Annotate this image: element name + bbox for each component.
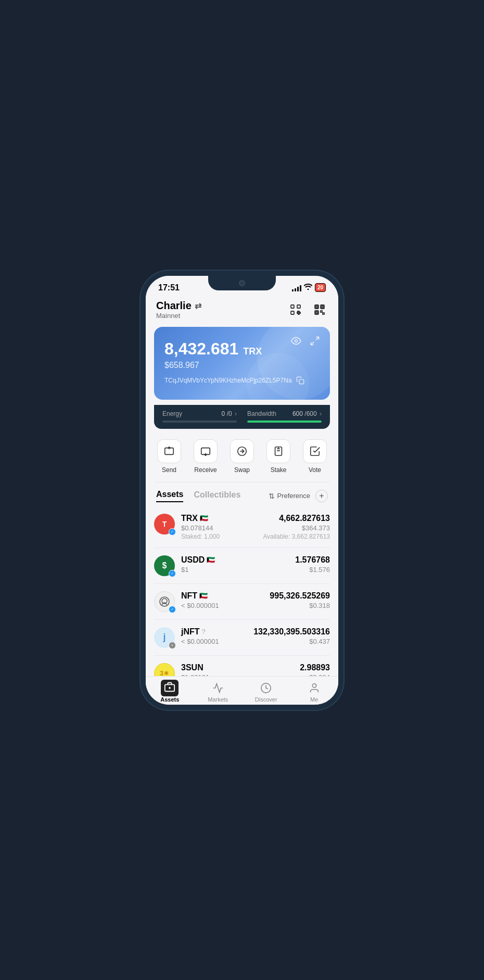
usdd-name: USDD bbox=[181, 555, 205, 565]
qr-icon[interactable] bbox=[311, 301, 328, 318]
switch-wallet-icon[interactable]: ⇄ bbox=[195, 301, 201, 311]
trx-staked: Staked: 1,000 bbox=[181, 533, 263, 540]
trx-available: Available: 3,662.827613 bbox=[263, 533, 330, 540]
tabs-row: Assets Collectibles ⇅ Preference + bbox=[146, 482, 338, 506]
trx-logo: T ✓ bbox=[154, 514, 175, 534]
balance-usd: $658.967 bbox=[164, 361, 320, 370]
add-asset-button[interactable]: + bbox=[315, 490, 328, 502]
asset-item-jnft[interactable]: j v jNFT ? < $0.000001 132,330,395.50331… bbox=[154, 620, 330, 656]
svg-rect-8 bbox=[322, 306, 323, 308]
expand-icon[interactable] bbox=[308, 334, 322, 348]
wallet-name[interactable]: Charlie ⇄ bbox=[156, 300, 201, 312]
svg-rect-15 bbox=[299, 379, 304, 384]
resource-bar: Energy 0 /0 › Bandwidth bbox=[154, 405, 330, 429]
resources-container: Energy 0 /0 › Bandwidth bbox=[162, 410, 322, 423]
stake-button[interactable]: Stake bbox=[266, 439, 290, 474]
bandwidth-value: 600 /600 › bbox=[292, 410, 322, 417]
jnft-price: < $0.000001 bbox=[181, 638, 253, 645]
trx-usd: $364.373 bbox=[263, 524, 330, 532]
swap-button[interactable]: Swap bbox=[230, 439, 254, 474]
action-buttons: Send Receive bbox=[146, 429, 338, 482]
usdd-logo: $ ✓ bbox=[154, 555, 175, 576]
stake-icon bbox=[266, 439, 290, 463]
asset-item-trx[interactable]: T ✓ TRX 🇰🇼 $0.078144 Staked: 1,000 4,662… bbox=[154, 506, 330, 548]
header-right bbox=[287, 301, 328, 318]
bandwidth-resource[interactable]: Bandwidth 600 /600 › bbox=[247, 410, 322, 423]
nft-price: < $0.000001 bbox=[181, 602, 270, 609]
header: Charlie ⇄ Mainnet bbox=[146, 295, 338, 324]
copy-address-icon[interactable] bbox=[296, 376, 304, 385]
discover-nav-label: Discover bbox=[255, 696, 277, 703]
phone-frame: 17:51 20 Charlie bbox=[141, 271, 343, 710]
vote-label: Vote bbox=[309, 466, 321, 474]
energy-resource[interactable]: Energy 0 /0 › bbox=[162, 410, 237, 423]
eye-icon[interactable] bbox=[289, 334, 303, 348]
header-left: Charlie ⇄ Mainnet bbox=[156, 300, 201, 320]
nav-markets[interactable]: Markets bbox=[194, 682, 243, 703]
svg-rect-5 bbox=[321, 305, 324, 309]
usdd-info: USDD 🇰🇼 $1 bbox=[181, 555, 295, 574]
trx-amount: 4,662.827613 bbox=[263, 514, 330, 523]
trx-flag: 🇰🇼 bbox=[200, 514, 208, 522]
tab-assets[interactable]: Assets bbox=[156, 490, 183, 502]
me-nav-label: Me bbox=[310, 696, 318, 703]
markets-icon bbox=[212, 682, 224, 694]
preference-button[interactable]: ⇅ Preference bbox=[269, 492, 310, 500]
jnft-amount: 132,330,395.503316 bbox=[253, 627, 330, 637]
svg-rect-7 bbox=[316, 306, 317, 308]
nav-discover[interactable]: Discover bbox=[242, 682, 290, 703]
usdd-balance: 1.576768 $1.576 bbox=[295, 555, 330, 574]
swap-icon bbox=[230, 439, 254, 463]
card-top-right bbox=[289, 334, 322, 348]
usdd-flag: 🇰🇼 bbox=[207, 556, 215, 564]
tab-collectibles[interactable]: Collectibles bbox=[194, 490, 240, 502]
jnft-balance: 132,330,395.503316 $0.437 bbox=[253, 627, 330, 645]
markets-nav-label: Markets bbox=[208, 696, 228, 703]
sort-icon: ⇅ bbox=[269, 492, 275, 500]
trx-balance: 4,662.827613 $364.373 Available: 3,662.8… bbox=[263, 514, 330, 540]
asset-item-usdd[interactable]: $ ✓ USDD 🇰🇼 $1 1.576768 $1.576 bbox=[154, 548, 330, 584]
swap-label: Swap bbox=[234, 466, 250, 474]
energy-progress-bar bbox=[162, 421, 237, 423]
camera bbox=[239, 280, 245, 286]
receive-label: Receive bbox=[194, 466, 216, 474]
svg-rect-2 bbox=[291, 311, 294, 314]
signal-icon bbox=[292, 284, 301, 291]
usdd-price: $1 bbox=[181, 566, 295, 574]
svg-rect-0 bbox=[291, 305, 294, 308]
nav-assets[interactable]: Assets bbox=[146, 682, 194, 703]
verified-badge: ✓ bbox=[169, 606, 176, 613]
svg-point-12 bbox=[295, 339, 298, 342]
trx-info: TRX 🇰🇼 $0.078144 Staked: 1,000 bbox=[181, 514, 263, 540]
network-label: Mainnet bbox=[156, 312, 201, 320]
send-button[interactable]: Send bbox=[157, 439, 181, 474]
battery-badge: 20 bbox=[315, 283, 326, 292]
send-icon bbox=[157, 439, 181, 463]
usdd-amount: 1.576768 bbox=[295, 555, 330, 565]
status-time: 17:51 bbox=[158, 283, 180, 292]
vote-button[interactable]: Vote bbox=[303, 439, 327, 474]
bottom-nav: Assets Markets Discover bbox=[146, 676, 338, 705]
trx-price: $0.078144 bbox=[181, 524, 263, 532]
wifi-icon bbox=[304, 284, 312, 291]
bandwidth-progress-bar bbox=[247, 421, 322, 423]
svg-rect-6 bbox=[315, 311, 319, 314]
nft-name: NFT bbox=[181, 591, 197, 601]
vote-icon bbox=[303, 439, 327, 463]
nav-me[interactable]: Me bbox=[290, 682, 339, 703]
jnft-logo: j v bbox=[154, 627, 175, 648]
stake-label: Stake bbox=[271, 466, 287, 474]
svg-rect-9 bbox=[316, 312, 317, 313]
assets-icon bbox=[163, 682, 176, 694]
nft-logo: ✓ bbox=[154, 591, 175, 612]
receive-button[interactable]: Receive bbox=[194, 439, 218, 474]
asset-list: T ✓ TRX 🇰🇼 $0.078144 Staked: 1,000 4,662… bbox=[146, 506, 338, 705]
asset-item-nft[interactable]: ✓ NFT 🇰🇼 < $0.000001 995,326.525269 $0.3… bbox=[154, 584, 330, 620]
trx-name: TRX bbox=[181, 514, 198, 523]
verified-badge: v bbox=[169, 642, 176, 649]
phone-notch bbox=[208, 276, 276, 290]
phone-screen[interactable]: 17:51 20 Charlie bbox=[146, 276, 338, 705]
jnft-info: jNFT ? < $0.000001 bbox=[181, 627, 253, 645]
me-icon bbox=[308, 682, 321, 694]
scan-icon[interactable] bbox=[287, 301, 304, 318]
